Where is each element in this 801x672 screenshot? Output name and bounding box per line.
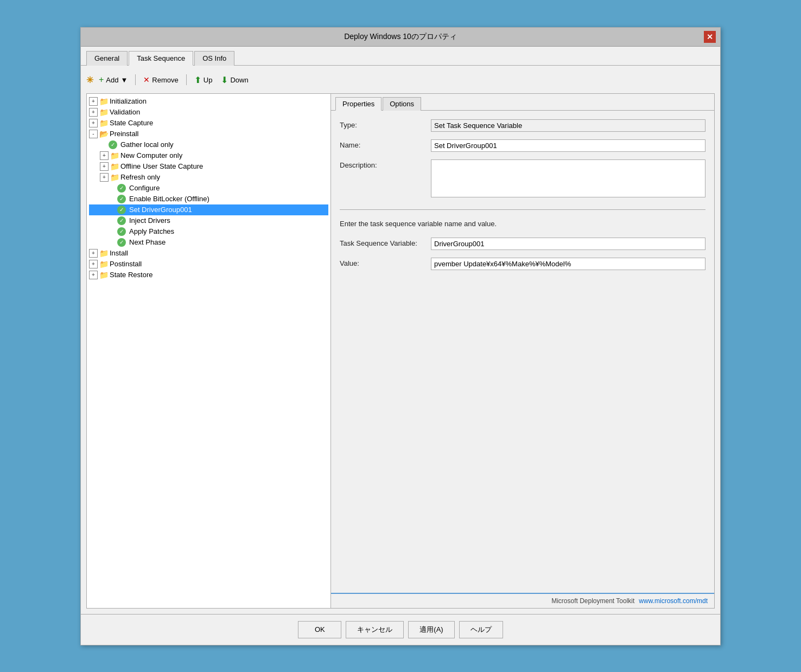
folder-icon-postinstall: 📁 [99,260,108,268]
check-icon-configure: ✓ [117,184,126,193]
tree-item-postinstall[interactable]: + 📁 Postinstall [89,259,328,270]
tree-item-state-capture[interactable]: + 📁 State Capture [89,118,328,129]
variable-input[interactable] [431,238,705,250]
window-title: Deploy Windows 10のプロパティ [97,32,704,42]
cancel-button[interactable]: キャンセル [346,621,404,638]
section-description: Enter the task sequence variable name an… [340,220,705,228]
label-state-restore: State Restore [110,271,153,279]
description-label: Description: [340,159,427,169]
expander-refresh-only[interactable]: + [100,173,109,182]
tree-item-preinstall[interactable]: - 📂 Preinstall [89,129,328,139]
value-input[interactable] [431,258,705,270]
down-button[interactable]: ⬇ Down [218,73,251,87]
tree-item-apply-patches[interactable]: ✓ Apply Patches [89,226,328,237]
toolbar: ✳ + Add ▼ ✕ Remove ⬆ Up ⬇ Down [86,71,715,89]
apply-button[interactable]: 適用(A) [408,621,454,638]
remove-icon: ✕ [143,75,150,84]
separator [340,209,705,210]
tree-item-configure[interactable]: ✓ Configure [89,183,328,194]
expander-initialization[interactable]: + [89,97,98,106]
check-icon-inject-drivers: ✓ [117,216,126,225]
label-enable-bitlocker: Enable BitLocker (Offline) [129,195,209,203]
expander-new-computer[interactable]: + [100,151,109,160]
description-textarea[interactable] [431,159,705,197]
expander-offline-user[interactable]: + [100,162,109,171]
check-icon-set-drivergroup: ✓ [117,206,126,214]
tree-item-validation[interactable]: + 📁 Validation [89,107,328,118]
remove-button[interactable]: ✕ Remove [140,74,181,86]
folder-icon-state-capture: 📁 [99,119,108,127]
help-button[interactable]: ヘルプ [459,621,503,638]
variable-label: Task Sequence Variable: [340,238,427,247]
tree-item-install[interactable]: + 📁 Install [89,248,328,259]
tab-options[interactable]: Options [383,97,421,111]
folder-icon-new-computer: 📁 [110,151,119,160]
expander-state-restore[interactable]: + [89,271,98,279]
down-label: Down [230,76,248,84]
tree-item-state-restore[interactable]: + 📁 State Restore [89,270,328,280]
name-input[interactable] [431,139,705,152]
mdt-link[interactable]: www.microsoft.com/mdt [639,597,708,605]
tab-general[interactable]: General [86,51,128,66]
label-validation: Validation [110,108,140,116]
mdt-footer: Microsoft Deployment Toolkit www.microso… [331,593,714,608]
content-area: ✳ + Add ▼ ✕ Remove ⬆ Up ⬇ Down [81,66,720,614]
add-icon: + [99,75,104,85]
main-panel: + 📁 Initialization + 📁 Validation + 📁 St… [86,93,715,609]
label-install: Install [110,249,128,257]
tab-bar: General Task Sequence OS Info [81,47,720,66]
expander-preinstall[interactable]: - [89,130,98,138]
label-state-capture: State Capture [110,119,153,127]
tab-properties[interactable]: Properties [335,97,382,111]
folder-icon-initialization: 📁 [99,97,108,106]
toolbar-separator-2 [186,74,187,85]
expander-validation[interactable]: + [89,108,98,117]
tree-item-enable-bitlocker[interactable]: ✓ Enable BitLocker (Offline) [89,194,328,204]
label-gather-local: Gather local only [120,140,174,149]
tree-item-next-phase[interactable]: ✓ Next Phase [89,237,328,248]
expander-install[interactable]: + [89,249,98,258]
label-offline-user: Offline User State Capture [120,162,203,170]
label-apply-patches: Apply Patches [129,227,174,235]
check-icon-next-phase: ✓ [117,238,126,247]
check-icon-gather-local: ✓ [109,140,117,149]
main-dialog: Deploy Windows 10のプロパティ ✕ General Task S… [80,27,721,645]
folder-icon-validation: 📁 [99,108,108,117]
down-icon: ⬇ [221,75,228,85]
tree-item-set-drivergroup[interactable]: ✓ Set DriverGroup001 [89,204,328,215]
label-refresh-only: Refresh only [120,173,160,181]
label-initialization: Initialization [110,97,147,105]
dialog-buttons: OK キャンセル 適用(A) ヘルプ [81,614,720,645]
label-set-drivergroup: Set DriverGroup001 [129,206,192,214]
ok-button[interactable]: OK [298,621,341,638]
tab-os-info[interactable]: OS Info [194,51,234,66]
close-button[interactable]: ✕ [704,31,716,43]
tree-item-inject-drivers[interactable]: ✓ Inject Drivers [89,215,328,226]
toolbar-separator-1 [135,74,136,85]
tree-item-new-computer[interactable]: + 📁 New Computer only [89,150,328,161]
tree-item-offline-user[interactable]: + 📁 Offline User State Capture [89,161,328,172]
up-icon: ⬆ [194,75,201,85]
check-icon-enable-bitlocker: ✓ [117,195,126,203]
tree-item-gather-local[interactable]: ✓ Gather local only [89,139,328,150]
right-tab-bar: Properties Options [331,94,714,111]
type-input[interactable] [431,119,705,132]
expander-postinstall[interactable]: + [89,260,98,268]
name-row: Name: [340,139,705,152]
tab-task-sequence[interactable]: Task Sequence [129,51,193,66]
check-icon-apply-patches: ✓ [117,227,126,236]
expander-state-capture[interactable]: + [89,119,98,127]
tree-item-initialization[interactable]: + 📁 Initialization [89,96,328,107]
up-button[interactable]: ⬆ Up [191,73,216,87]
asterisk-icon: ✳ [86,75,93,85]
folder-icon-install: 📁 [99,249,108,258]
tree-panel: + 📁 Initialization + 📁 Validation + 📁 St… [87,94,331,608]
label-postinstall: Postinstall [110,260,142,268]
tree-item-refresh-only[interactable]: + 📁 Refresh only [89,172,328,183]
type-row: Type: [340,119,705,132]
value-label: Value: [340,258,427,267]
name-label: Name: [340,139,427,149]
value-row: Value: [340,258,705,270]
add-button[interactable]: + Add ▼ [96,73,131,86]
type-label: Type: [340,119,427,129]
